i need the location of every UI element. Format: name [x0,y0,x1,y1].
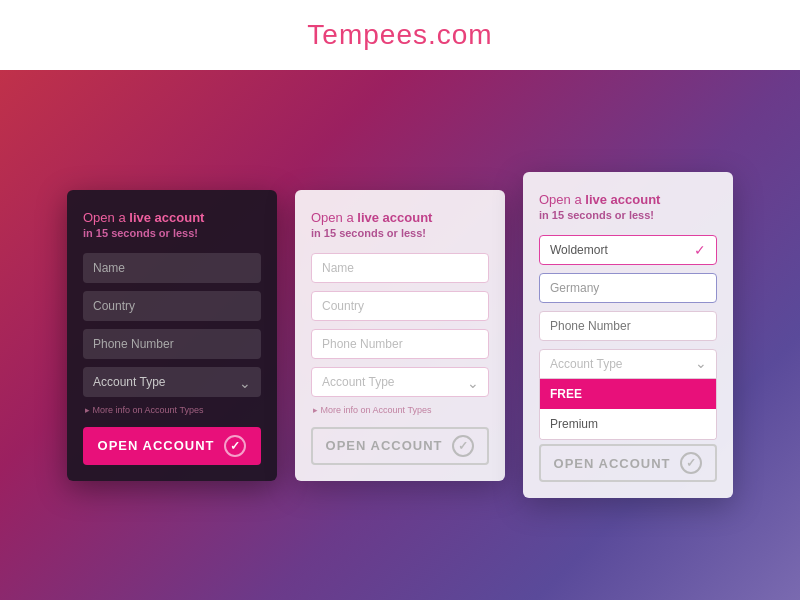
account-type-select-dark[interactable]: Account Type FREE Premium [83,367,261,397]
card-open: Open a live account in 15 seconds or les… [523,172,733,498]
country-input-light[interactable] [311,291,489,321]
account-type-select-wrapper-light: Account Type FREE Premium [311,367,489,401]
dropdown-item-premium[interactable]: Premium [540,409,716,439]
card-light: Open a live account in 15 seconds or les… [295,190,505,481]
name-check-icon: ✓ [694,242,706,258]
account-type-dropdown-open: Account Type [539,349,717,379]
name-filled-wrapper: Woldemort ✓ [539,235,717,265]
card-open-heading: Open a live account [539,192,717,207]
account-type-select-wrapper-dark: Account Type FREE Premium [83,367,261,401]
card-dark-subheading: in 15 seconds or less! [83,227,261,239]
card-light-subheading: in 15 seconds or less! [311,227,489,239]
country-input-dark[interactable] [83,291,261,321]
account-type-select-light[interactable]: Account Type FREE Premium [311,367,489,397]
name-value: Woldemort [550,243,608,257]
check-circle-light: ✓ [452,435,474,457]
phone-input-open[interactable] [539,311,717,341]
phone-input-dark[interactable] [83,329,261,359]
phone-input-light[interactable] [311,329,489,359]
cards-container: Open a live account in 15 seconds or les… [67,172,733,498]
name-input-light[interactable] [311,253,489,283]
open-account-button-dark[interactable]: OPEN ACCOUNT ✓ [83,427,261,465]
card-open-subheading: in 15 seconds or less! [539,209,717,221]
main-area: Open a live account in 15 seconds or les… [0,70,800,600]
account-type-select-open[interactable]: Account Type [539,349,717,379]
open-account-button-open[interactable]: OPEN ACCOUNT ✓ [539,444,717,482]
more-info-light[interactable]: More info on Account Types [311,405,489,415]
dropdown-list: FREE Premium [539,379,717,440]
site-title: Tempees.com [307,19,492,51]
check-circle-open: ✓ [680,452,702,474]
card-dark: Open a live account in 15 seconds or les… [67,190,277,481]
card-dark-heading: Open a live account [83,210,261,225]
dropdown-item-free[interactable]: FREE [540,379,716,409]
open-account-button-light[interactable]: OPEN ACCOUNT ✓ [311,427,489,465]
country-input-open[interactable] [539,273,717,303]
top-bar: Tempees.com [0,0,800,70]
name-input-dark[interactable] [83,253,261,283]
card-light-heading: Open a live account [311,210,489,225]
more-info-dark[interactable]: More info on Account Types [83,405,261,415]
check-circle-dark: ✓ [224,435,246,457]
